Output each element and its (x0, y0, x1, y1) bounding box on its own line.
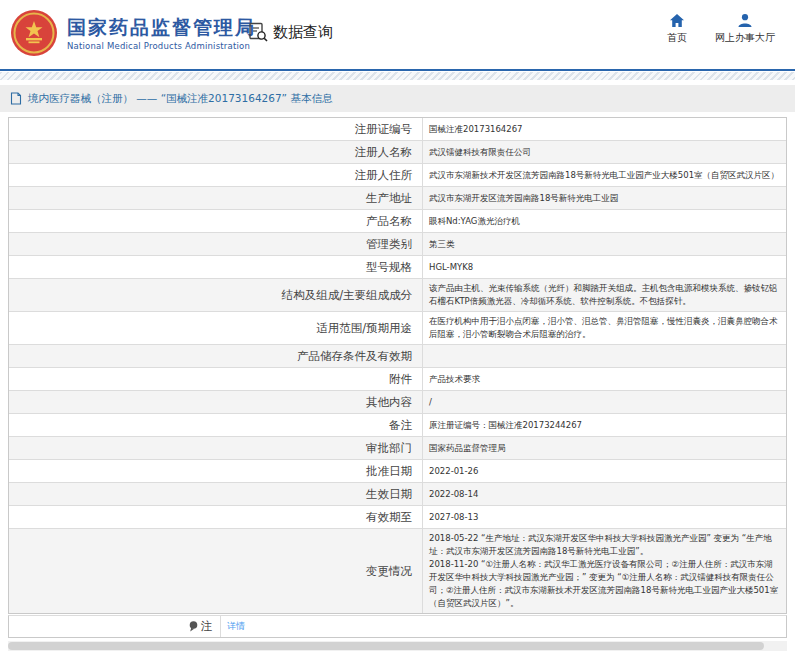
table-row: 备注 原注册证编号：国械注准20173244267 (9, 414, 786, 437)
brand: 国家药品监督管理局 National Medical Products Admi… (10, 9, 256, 57)
table-row: 批准日期 2022-01-26 (9, 460, 786, 483)
row-label: 型号规格 (9, 256, 423, 278)
row-value: 眼科Nd:YAG激光治疗机 (423, 210, 786, 232)
row-value: 2018-05-22 “生产地址：武汉东湖开发区华中科技大学科技园激光产业园” … (423, 529, 786, 613)
table-row: 其他内容 / (9, 391, 786, 414)
row-value: 该产品由主机、光束传输系统（光纤）和脚踏开关组成。主机包含电源和模块系统、掺钕钇… (423, 279, 786, 311)
table-row: 注册人住所 武汉市东湖新技术开发区流芳园南路18号新特光电工业园产业大楼501室… (9, 164, 786, 187)
hatch-divider (0, 72, 795, 80)
nav-service-hall[interactable]: 网上办事大厅 (715, 13, 775, 45)
details-link[interactable]: 详情 (227, 620, 245, 633)
table-row: 结构及组成/主要组成成分 该产品由主机、光束传输系统（光纤）和脚踏开关组成。主机… (9, 279, 786, 312)
row-label: 其他内容 (9, 391, 423, 413)
change-record: 2018-11-20 “①注册人名称：武汉华工激光医疗设备有限公司；②注册人住所… (429, 558, 780, 610)
row-value: 产品技术要求 (423, 368, 786, 390)
note-value-cell: 详情 (221, 616, 786, 637)
row-label: 变更情况 (9, 529, 423, 613)
org-name-en: National Medical Products Administration (67, 41, 256, 51)
table-row: 有效期至 2027-08-13 (9, 506, 786, 529)
note-table: 注 详情 (8, 615, 787, 638)
row-label: 附件 (9, 368, 423, 390)
row-value: 在医疗机构中用于泪小点闭塞，泪小管、泪总管、鼻泪管阻塞，慢性泪囊炎，泪囊鼻腔吻合… (423, 312, 786, 344)
row-value: 武汉镭健科技有限责任公司 (423, 141, 786, 163)
row-label: 结构及组成/主要组成成分 (9, 279, 423, 311)
document-search-icon (248, 22, 268, 42)
row-value: 2022-08-14 (423, 483, 786, 505)
row-label: 注册证编号 (9, 118, 423, 140)
table-row: 产品储存条件及有效期 (9, 345, 786, 368)
note-label: 注 (201, 619, 213, 634)
note-label-cell: 注 (9, 616, 221, 637)
row-label: 注册人名称 (9, 141, 423, 163)
row-label: 管理类别 (9, 233, 423, 255)
row-value: 原注册证编号：国械注准20173244267 (423, 414, 786, 436)
breadcrumb-text: 境内医疗器械（注册） —— “国械注准20173164267” 基本信息 (28, 92, 332, 106)
table-row: 管理类别 第三类 (9, 233, 786, 256)
row-value: 武汉市东湖开发区流芳园南路18号新特光电工业园 (423, 187, 786, 209)
breadcrumb: 境内医疗器械（注册） —— “国械注准20173164267” 基本信息 (0, 85, 795, 112)
document-icon (10, 92, 22, 105)
person-icon (737, 13, 753, 28)
table-row-change-history: 变更情况 2018-05-22 “生产地址：武汉东湖开发区华中科技大学科技园激光… (9, 529, 786, 613)
home-icon (669, 13, 685, 28)
page-header: 国家药品监督管理局 National Medical Products Admi… (0, 0, 795, 69)
table-row: 生产地址 武汉市东湖开发区流芳园南路18号新特光电工业园 (9, 187, 786, 210)
table-row: 注册人名称 武汉镭健科技有限责任公司 (9, 141, 786, 164)
row-value: 第三类 (423, 233, 786, 255)
row-value: 国家药品监督管理局 (423, 437, 786, 459)
note-icon (189, 621, 198, 632)
org-name-cn: 国家药品监督管理局 (67, 16, 256, 38)
data-query-nav[interactable]: 数据查询 (248, 22, 333, 42)
row-label: 产品储存条件及有效期 (9, 345, 423, 367)
main-content: 注册证编号 国械注准20173164267 注册人名称 武汉镭健科技有限责任公司… (0, 112, 795, 651)
row-label: 适用范围/预期用途 (9, 312, 423, 344)
row-label: 审批部门 (9, 437, 423, 459)
header-nav: 首页 网上办事大厅 (667, 13, 775, 45)
horizontal-scrollbar[interactable] (8, 641, 787, 651)
change-record: 2018-05-22 “生产地址：武汉东湖开发区华中科技大学科技园激光产业园” … (429, 532, 780, 558)
table-row: 附件 产品技术要求 (9, 368, 786, 391)
horizontal-scrollbar-thumb[interactable] (8, 642, 764, 650)
row-label: 注册人住所 (9, 164, 423, 186)
table-row: 适用范围/预期用途 在医疗机构中用于泪小点闭塞，泪小管、泪总管、鼻泪管阻塞，慢性… (9, 312, 786, 345)
table-row: 注册证编号 国械注准20173164267 (9, 118, 786, 141)
table-row: 审批部门 国家药品监督管理局 (9, 437, 786, 460)
table-row: 型号规格 HGL-MYK8 (9, 256, 786, 279)
table-row: 生效日期 2022-08-14 (9, 483, 786, 506)
national-emblem-logo (10, 9, 58, 57)
nav-service-hall-label: 网上办事大厅 (715, 31, 775, 45)
row-label: 生产地址 (9, 187, 423, 209)
row-label: 备注 (9, 414, 423, 436)
row-label: 有效期至 (9, 506, 423, 528)
note-row: 注 详情 (9, 616, 786, 637)
row-value (423, 345, 786, 367)
table-row: 产品名称 眼科Nd:YAG激光治疗机 (9, 210, 786, 233)
row-label: 产品名称 (9, 210, 423, 232)
row-value: 武汉市东湖新技术开发区流芳园南路18号新特光电工业园产业大楼501室（自贸区武汉… (423, 164, 786, 186)
row-label: 批准日期 (9, 460, 423, 482)
nav-home-label: 首页 (667, 31, 687, 45)
row-value: 2027-08-13 (423, 506, 786, 528)
nav-home[interactable]: 首页 (667, 13, 687, 45)
row-value: / (423, 391, 786, 413)
data-query-label: 数据查询 (273, 23, 333, 42)
registration-info-table: 注册证编号 国械注准20173164267 注册人名称 武汉镭健科技有限责任公司… (8, 117, 787, 614)
row-value: HGL-MYK8 (423, 256, 786, 278)
row-value: 国械注准20173164267 (423, 118, 786, 140)
brand-text: 国家药品监督管理局 National Medical Products Admi… (67, 16, 256, 51)
header-rule (0, 69, 795, 71)
row-label: 生效日期 (9, 483, 423, 505)
row-value: 2022-01-26 (423, 460, 786, 482)
